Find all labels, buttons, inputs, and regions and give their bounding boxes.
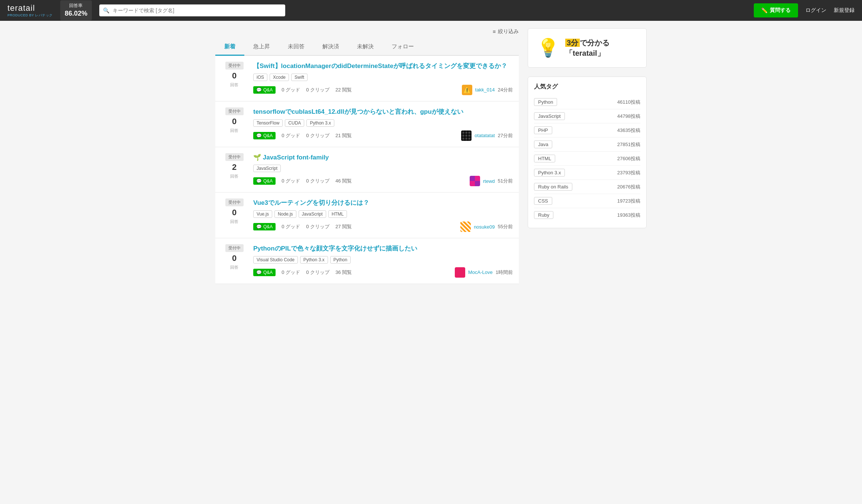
question-title[interactable]: 🌱 JavaScript font-family <box>253 153 513 162</box>
table-row: 受付中 0 回答 Vue3でルーティングを切り分けるには？ Vue.js Nod… <box>215 193 519 238</box>
tag-javascript[interactable]: JavaScript <box>534 112 565 120</box>
tag-vscode[interactable]: Visual Studio Code <box>253 256 298 264</box>
good-count: 0 グッド <box>282 223 300 230</box>
tag-xcode[interactable]: Xcode <box>270 74 289 81</box>
tab-resolved[interactable]: 解決済 <box>313 39 348 56</box>
question-title[interactable]: Vue3でルーティングを切り分けるには？ <box>253 198 513 207</box>
produced-by: PRODUCED BY <box>7 13 34 17</box>
tag-python3x[interactable]: Python 3.x <box>306 119 334 127</box>
ask-button[interactable]: ✏️ 質問する <box>754 3 798 17</box>
post-time: 51分前 <box>498 178 513 184</box>
tag-html[interactable]: HTML <box>534 155 555 162</box>
q-meta: 💬 Q&A 0 グッド 0 クリップ 27 閲覧 nosuke09 55分前 <box>253 222 513 232</box>
company: レバテック <box>35 13 53 17</box>
username[interactable]: nosuke09 <box>474 224 495 230</box>
ask-label: 質問する <box>770 7 791 14</box>
good-count: 0 グッド <box>282 132 300 139</box>
qna-badge: 💬 Q&A <box>253 223 276 230</box>
tag-count: 43635投稿 <box>617 127 640 134</box>
question-title[interactable]: PythonのPILで色々な顔文字を文字化けせずに描画したい <box>253 244 513 253</box>
clip-count: 0 クリップ <box>306 178 329 184</box>
filter-label: 絞り込み <box>498 28 519 35</box>
username[interactable]: takk_014 <box>475 87 495 93</box>
tag-tensorflow[interactable]: TensorFlow <box>253 119 283 127</box>
tag-nodejs[interactable]: Node.js <box>274 210 296 218</box>
content-area: ≡ 絞り込み 新着 急上昇 未回答 解決済 未解決 フォロー 受付中 0 回答 <box>215 28 519 284</box>
tag-html[interactable]: HTML <box>328 210 347 218</box>
tag-ror[interactable]: Ruby on Rails <box>534 183 572 191</box>
list-item: HTML 27606投稿 <box>534 152 640 166</box>
login-link[interactable]: ログイン <box>805 7 826 14</box>
table-row: 受付中 0 回答 【Swift】locationManagerのdidDeter… <box>215 56 519 101</box>
q-meta: 💬 Q&A 0 グッド 0 クリップ 21 閲覧 otatatatat 27分前 <box>253 130 513 141</box>
q-left-3: 受付中 0 回答 <box>221 198 247 224</box>
tag-count: 27606投稿 <box>617 155 640 162</box>
tag-vuejs[interactable]: Vue.js <box>253 210 272 218</box>
list-item: Java 27851投稿 <box>534 138 640 152</box>
tag-python3x[interactable]: Python 3.x <box>534 169 565 177</box>
q-tags: iOS Xcode Swift <box>253 74 513 81</box>
list-item: JavaScript 44798投稿 <box>534 109 640 123</box>
edit-icon: ✏️ <box>761 7 768 13</box>
tag-python[interactable]: Python <box>534 98 557 106</box>
list-item: CSS 19723投稿 <box>534 194 640 208</box>
qna-badge: 💬 Q&A <box>253 177 276 185</box>
q-left-4: 受付中 0 回答 <box>221 244 247 270</box>
status-badge: 受付中 <box>225 62 244 70</box>
tag-javascript[interactable]: JavaScript <box>253 165 281 172</box>
tag-ios[interactable]: iOS <box>253 74 267 81</box>
tag-count: 27851投稿 <box>617 141 640 148</box>
clip-count: 0 クリップ <box>306 223 329 230</box>
search-input[interactable] <box>99 4 285 16</box>
tab-follow[interactable]: フォロー <box>383 39 423 56</box>
list-item: Python 3.x 23793投稿 <box>534 166 640 180</box>
popular-tags-title: 人気タグ <box>534 83 640 91</box>
q-main-2: 🌱 JavaScript font-family JavaScript 💬 Q&… <box>253 153 513 187</box>
filter-bar: ≡ 絞り込み <box>215 28 519 35</box>
filter-button[interactable]: ≡ 絞り込み <box>493 28 519 35</box>
answer-rate-box: 回答率 86.02% <box>60 0 92 20</box>
tag-javascript2[interactable]: JavaScript <box>299 210 326 218</box>
user-info: MocA-Love 1時間前 <box>455 267 513 278</box>
tag-count: 20676投稿 <box>617 184 640 190</box>
tag-php[interactable]: PHP <box>534 126 552 134</box>
tag-python[interactable]: Python <box>330 256 351 264</box>
answer-count: 2 <box>232 162 237 172</box>
answer-count: 0 <box>232 208 237 217</box>
username[interactable]: otatatatat <box>475 133 495 138</box>
tag-cuda[interactable]: CUDA <box>285 119 304 127</box>
tag-java[interactable]: Java <box>534 140 552 148</box>
good-count: 0 グッド <box>282 178 300 184</box>
filter-icon: ≡ <box>493 29 496 35</box>
tag-css[interactable]: CSS <box>534 197 552 205</box>
tab-trending[interactable]: 急上昇 <box>244 39 279 56</box>
question-title[interactable]: tensorflowでcublasLt64_12.dllが見つからないと言われ、… <box>253 107 513 116</box>
question-title[interactable]: 【Swift】locationManagerのdidDetermineState… <box>253 62 513 71</box>
tab-new[interactable]: 新着 <box>215 39 244 56</box>
answer-count: 0 <box>232 253 237 263</box>
header: teratail PRODUCED BY レバテック 回答率 86.02% 🔍 … <box>0 0 862 21</box>
user-info: otatatatat 27分前 <box>461 130 513 141</box>
view-count: 27 閲覧 <box>335 223 352 230</box>
view-count: 46 閲覧 <box>335 178 352 184</box>
qna-badge: 💬 Q&A <box>253 132 276 139</box>
stat-label: 回答率 <box>65 3 87 9</box>
list-item: Ruby 19363投稿 <box>534 208 640 222</box>
answer-count: 0 <box>232 71 237 81</box>
username[interactable]: MocA-Love <box>468 269 493 275</box>
answer-label: 回答 <box>230 82 238 88</box>
tag-ruby[interactable]: Ruby <box>534 211 553 219</box>
tab-unanswered[interactable]: 未回答 <box>279 39 313 56</box>
tag-swift[interactable]: Swift <box>291 74 308 81</box>
username[interactable]: rtewd <box>483 178 495 184</box>
q-left-1: 受付中 0 回答 <box>221 107 247 133</box>
tab-unresolved[interactable]: 未解決 <box>348 39 383 56</box>
register-link[interactable]: 新規登録 <box>834 7 855 14</box>
search-icon: 🔍 <box>103 7 109 13</box>
table-row: 受付中 0 回答 tensorflowでcublasLt64_12.dllが見つ… <box>215 101 519 147</box>
list-item: Python 46110投稿 <box>534 95 640 109</box>
logo: teratail <box>7 3 35 13</box>
q-meta: 💬 Q&A 0 グッド 0 クリップ 46 閲覧 rtewd 51分前 <box>253 176 513 186</box>
tag-python3x2[interactable]: Python 3.x <box>300 256 328 264</box>
good-count: 0 グッド <box>282 87 300 93</box>
